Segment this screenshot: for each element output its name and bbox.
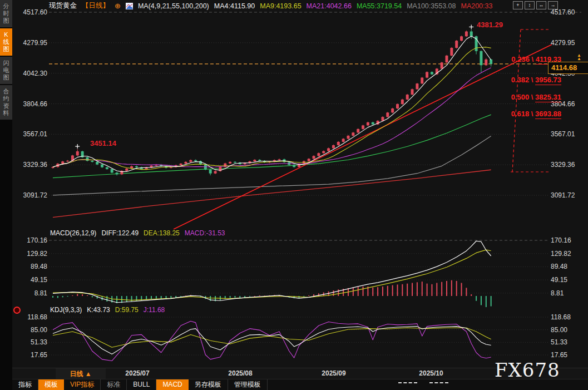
header-toolbar-icons: +↕↔→ — [513, 1, 558, 9]
axis-value-label: 49.15 — [551, 276, 567, 284]
macd-header: MACD(26,12,9) DIFF:122.49DEA:138.25MACD:… — [50, 229, 225, 237]
date-label: 2025/09 — [322, 369, 345, 377]
ma-readout: MA200:33 — [461, 2, 492, 10]
add-indicator-icon[interactable]: ⊕ — [115, 2, 121, 10]
toolbar-button[interactable]: 标准 — [101, 379, 127, 390]
axis-value-label: 17.65 — [16, 351, 47, 359]
pan-tool-icon[interactable]: + — [513, 1, 523, 9]
axis-value-label: 3567.01 — [16, 130, 47, 138]
axis-value-label: 4279.95 — [16, 39, 47, 47]
axis-value-label: 3091.72 — [551, 191, 575, 199]
axis-value-label: 4517.60 — [551, 8, 575, 16]
date-label: 2025/07 — [125, 369, 149, 377]
axis-value-label: 89.48 — [551, 263, 567, 270]
macd-title: MACD(26,12,9) — [50, 229, 96, 237]
fib-level-label: 0.382 \ 3956.73 — [497, 76, 561, 84]
axis-value-label: 85.00 — [551, 326, 567, 334]
axis-value-label: 4517.60 — [16, 8, 47, 16]
red-marker-icon[interactable] — [13, 307, 21, 314]
axis-value-label: 8.81 — [16, 289, 47, 297]
scale-horizontal-icon[interactable]: ↔ — [536, 1, 546, 9]
axis-value-label: 51.33 — [16, 338, 47, 346]
axis-value-label: 3804.66 — [16, 100, 47, 108]
ma-readout: MA55:3719.54 — [357, 2, 402, 10]
axis-value-label: 51.33 — [551, 338, 567, 346]
date-label: 2025/10 — [419, 369, 443, 377]
sidebar-tab-item[interactable]: 分时图 — [0, 0, 12, 27]
last-price-tag: 4114.68 — [548, 62, 588, 74]
toolbar-button[interactable]: BULL — [127, 379, 156, 390]
axis-value-label: 3329.36 — [16, 161, 47, 169]
axis-value-label: 129.82 — [16, 250, 47, 258]
ma-readout: MA21:4042.66 — [307, 2, 352, 10]
fib-level-label: 0.500 \ 3825.31 — [497, 93, 561, 101]
price-up-arrows-icon: ▲▲ — [577, 54, 581, 61]
axis-value-label: 129.82 — [551, 250, 571, 258]
indicator-readout: D:59.75 — [115, 306, 139, 314]
indicator-readout: J:11.68 — [144, 306, 165, 314]
axis-value-label: 3091.72 — [16, 191, 47, 199]
symbol-name: 现货黄金 — [49, 1, 77, 11]
fib-level-label: 0.618 \ 3693.88 — [497, 110, 561, 118]
indicator-readout: DEA:138.25 — [144, 229, 180, 237]
indicator-readout: K:43.73 — [87, 306, 110, 314]
axis-value-label: 8.81 — [551, 289, 564, 297]
kdj-title: KDJ(9,3,3) — [50, 306, 82, 314]
ma-readouts: MA4:4115.90MA9:4193.65MA21:4042.66MA55:3… — [214, 2, 493, 10]
axis-value-label: 118.68 — [551, 313, 571, 321]
period-badge[interactable]: 【日线】 — [82, 1, 110, 11]
sidebar-tab-active[interactable]: K线图 — [0, 28, 12, 56]
axis-value-label: 49.15 — [16, 276, 47, 284]
shift-right-icon[interactable]: → — [548, 1, 558, 9]
local-high-label: 3451.14 — [90, 139, 116, 147]
ma-readout: MA100:3553.08 — [407, 2, 456, 10]
axis-value-label: 17.65 — [551, 351, 567, 359]
ma-settings-label: MA(4,9,21,55,100,200) — [138, 2, 209, 10]
toolbar-button[interactable]: 管理模板 — [228, 379, 268, 390]
axis-value-label: 170.16 — [551, 236, 571, 244]
indicator-readout: MACD:-31.53 — [185, 229, 225, 237]
axis-value-label: 170.16 — [16, 236, 47, 244]
charting-app: 分时图K线图闪电图合约资料 现货黄金 【日线】 ⊕ MA(4,9,21,55,1… — [0, 0, 588, 390]
axis-value-label: 85.00 — [16, 326, 47, 334]
toolbar-button[interactable]: 另存模板 — [189, 379, 228, 390]
axis-value-label: 4279.95 — [551, 39, 575, 47]
sidebar-tab-item[interactable]: 合约资料 — [0, 85, 12, 120]
axis-value-label: 89.48 — [16, 263, 47, 270]
sidebar: 分时图K线图闪电图合约资料 — [0, 0, 12, 390]
sidebar-tab-item[interactable]: 闪电图 — [0, 57, 12, 84]
axis-value-label: 3329.36 — [551, 161, 575, 169]
toolbar-button[interactable]: 指标 — [12, 379, 38, 390]
kdj-header: KDJ(9,3,3) K:43.73D:59.75J:11.68 — [50, 306, 165, 314]
stray-dashes — [398, 382, 417, 383]
toolbar-button[interactable]: 模板 — [38, 379, 64, 390]
axis-value-label: 4042.30 — [16, 70, 47, 77]
toolbar-button[interactable]: MACD — [156, 379, 188, 390]
chart-type-icon[interactable] — [126, 3, 133, 9]
ma-readout: MA4:4115.90 — [214, 2, 255, 10]
axis-value-label: 118.68 — [16, 313, 47, 321]
chart-header: 现货黄金 【日线】 ⊕ MA(4,9,21,55,100,200) MA4:41… — [49, 1, 492, 11]
swing-high-label: 4381.29 — [477, 21, 503, 29]
toolbar-button[interactable]: VIP指标 — [64, 379, 101, 390]
axis-value-label: 3567.01 — [551, 130, 575, 138]
date-label: 2025/08 — [228, 369, 252, 377]
scale-vertical-icon[interactable]: ↕ — [525, 1, 535, 9]
ma-readout: MA9:4193.65 — [260, 2, 301, 10]
brand-watermark: FX678 — [495, 359, 560, 381]
indicator-readout: DIFF:122.49 — [101, 229, 139, 237]
stray-dashes — [429, 382, 448, 383]
period-selector[interactable]: 日线 ▲ — [56, 368, 106, 379]
